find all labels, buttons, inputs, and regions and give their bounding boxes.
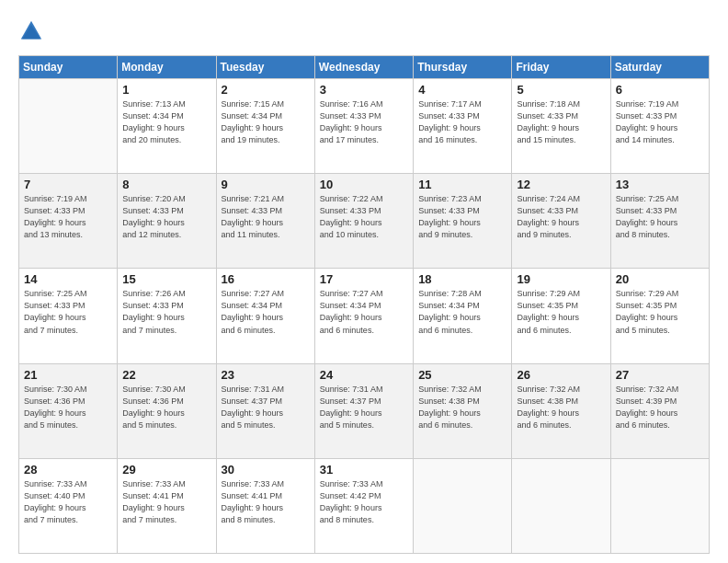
day-number: 1 (122, 83, 210, 97)
calendar-cell: 17Sunrise: 7:27 AM Sunset: 4:34 PM Dayli… (314, 269, 413, 363)
day-number: 15 (122, 272, 210, 286)
col-header-thursday: Thursday (414, 56, 512, 79)
day-info: Sunrise: 7:28 AM Sunset: 4:34 PM Dayligh… (418, 288, 506, 336)
day-info: Sunrise: 7:20 AM Sunset: 4:33 PM Dayligh… (122, 193, 210, 241)
day-info: Sunrise: 7:19 AM Sunset: 4:33 PM Dayligh… (24, 193, 112, 241)
day-info: Sunrise: 7:33 AM Sunset: 4:41 PM Dayligh… (222, 478, 310, 526)
calendar-week-1: 1Sunrise: 7:13 AM Sunset: 4:34 PM Daylig… (19, 79, 710, 174)
day-number: 10 (320, 178, 408, 191)
col-header-wednesday: Wednesday (314, 56, 413, 79)
day-number: 28 (24, 463, 112, 477)
day-number: 4 (418, 83, 506, 97)
svg-marker-1 (22, 25, 40, 39)
day-number: 13 (616, 178, 704, 191)
day-number: 19 (517, 272, 605, 286)
day-info: Sunrise: 7:31 AM Sunset: 4:37 PM Dayligh… (222, 384, 310, 431)
day-number: 22 (122, 368, 210, 382)
calendar-week-3: 14Sunrise: 7:25 AM Sunset: 4:33 PM Dayli… (19, 269, 710, 363)
day-number: 2 (222, 83, 310, 97)
calendar-cell: 24Sunrise: 7:31 AM Sunset: 4:37 PM Dayli… (314, 363, 413, 458)
calendar-cell: 20Sunrise: 7:29 AM Sunset: 4:35 PM Dayli… (610, 269, 709, 363)
calendar-cell: 21Sunrise: 7:30 AM Sunset: 4:36 PM Dayli… (19, 363, 118, 458)
day-number: 30 (222, 463, 310, 477)
calendar-cell: 16Sunrise: 7:27 AM Sunset: 4:34 PM Dayli… (216, 269, 314, 363)
col-header-monday: Monday (118, 56, 216, 79)
day-info: Sunrise: 7:33 AM Sunset: 4:41 PM Dayligh… (122, 478, 210, 526)
day-info: Sunrise: 7:32 AM Sunset: 4:38 PM Dayligh… (517, 384, 605, 431)
calendar-cell: 7Sunrise: 7:19 AM Sunset: 4:33 PM Daylig… (19, 174, 118, 269)
calendar-week-2: 7Sunrise: 7:19 AM Sunset: 4:33 PM Daylig… (19, 174, 710, 269)
col-header-tuesday: Tuesday (216, 56, 314, 79)
calendar-cell: 28Sunrise: 7:33 AM Sunset: 4:40 PM Dayli… (19, 458, 118, 553)
day-info: Sunrise: 7:29 AM Sunset: 4:35 PM Dayligh… (517, 288, 605, 336)
day-number: 20 (616, 272, 704, 286)
calendar-cell (610, 458, 709, 553)
day-info: Sunrise: 7:18 AM Sunset: 4:33 PM Dayligh… (517, 98, 605, 146)
calendar-cell: 10Sunrise: 7:22 AM Sunset: 4:33 PM Dayli… (314, 174, 413, 269)
day-number: 8 (122, 178, 210, 191)
calendar-cell: 22Sunrise: 7:30 AM Sunset: 4:36 PM Dayli… (118, 363, 216, 458)
day-info: Sunrise: 7:30 AM Sunset: 4:36 PM Dayligh… (24, 384, 112, 431)
calendar-cell: 25Sunrise: 7:32 AM Sunset: 4:38 PM Dayli… (414, 363, 512, 458)
day-info: Sunrise: 7:33 AM Sunset: 4:40 PM Dayligh… (24, 478, 112, 526)
day-info: Sunrise: 7:22 AM Sunset: 4:33 PM Dayligh… (320, 193, 408, 241)
calendar-cell: 18Sunrise: 7:28 AM Sunset: 4:34 PM Dayli… (414, 269, 512, 363)
day-info: Sunrise: 7:31 AM Sunset: 4:37 PM Dayligh… (320, 384, 408, 431)
col-header-friday: Friday (512, 56, 610, 79)
calendar-cell: 30Sunrise: 7:33 AM Sunset: 4:41 PM Dayli… (216, 458, 314, 553)
day-info: Sunrise: 7:24 AM Sunset: 4:33 PM Dayligh… (517, 193, 605, 241)
calendar-header-row: SundayMondayTuesdayWednesdayThursdayFrid… (19, 56, 710, 79)
calendar-cell: 23Sunrise: 7:31 AM Sunset: 4:37 PM Dayli… (216, 363, 314, 458)
day-number: 7 (24, 178, 112, 191)
day-number: 14 (24, 272, 112, 286)
calendar-cell: 9Sunrise: 7:21 AM Sunset: 4:33 PM Daylig… (216, 174, 314, 269)
day-info: Sunrise: 7:25 AM Sunset: 4:33 PM Dayligh… (616, 193, 704, 241)
day-number: 3 (320, 83, 408, 97)
day-number: 29 (122, 463, 210, 477)
logo-icon (18, 18, 44, 44)
page: SundayMondayTuesdayWednesdayThursdayFrid… (0, 0, 728, 563)
day-info: Sunrise: 7:25 AM Sunset: 4:33 PM Dayligh… (24, 288, 112, 336)
day-info: Sunrise: 7:32 AM Sunset: 4:38 PM Dayligh… (418, 384, 506, 431)
day-number: 6 (616, 83, 704, 97)
calendar-cell: 3Sunrise: 7:16 AM Sunset: 4:33 PM Daylig… (314, 79, 413, 174)
day-info: Sunrise: 7:19 AM Sunset: 4:33 PM Dayligh… (616, 98, 704, 146)
calendar-cell: 15Sunrise: 7:26 AM Sunset: 4:33 PM Dayli… (118, 269, 216, 363)
calendar-week-5: 28Sunrise: 7:33 AM Sunset: 4:40 PM Dayli… (19, 458, 710, 553)
day-number: 24 (320, 368, 408, 382)
day-info: Sunrise: 7:26 AM Sunset: 4:33 PM Dayligh… (122, 288, 210, 336)
day-info: Sunrise: 7:16 AM Sunset: 4:33 PM Dayligh… (320, 98, 408, 146)
header (18, 18, 710, 44)
calendar-cell (512, 458, 610, 553)
day-number: 23 (222, 368, 310, 382)
calendar-table: SundayMondayTuesdayWednesdayThursdayFrid… (18, 55, 710, 554)
calendar-cell: 14Sunrise: 7:25 AM Sunset: 4:33 PM Dayli… (19, 269, 118, 363)
day-info: Sunrise: 7:13 AM Sunset: 4:34 PM Dayligh… (122, 98, 210, 146)
calendar-cell: 6Sunrise: 7:19 AM Sunset: 4:33 PM Daylig… (610, 79, 709, 174)
day-number: 26 (517, 368, 605, 382)
calendar-cell: 8Sunrise: 7:20 AM Sunset: 4:33 PM Daylig… (118, 174, 216, 269)
calendar-cell: 31Sunrise: 7:33 AM Sunset: 4:42 PM Dayli… (314, 458, 413, 553)
calendar-cell: 4Sunrise: 7:17 AM Sunset: 4:33 PM Daylig… (414, 79, 512, 174)
day-info: Sunrise: 7:33 AM Sunset: 4:42 PM Dayligh… (320, 478, 408, 526)
col-header-saturday: Saturday (610, 56, 709, 79)
day-number: 31 (320, 463, 408, 477)
day-info: Sunrise: 7:32 AM Sunset: 4:39 PM Dayligh… (616, 384, 704, 431)
calendar-cell: 13Sunrise: 7:25 AM Sunset: 4:33 PM Dayli… (610, 174, 709, 269)
day-info: Sunrise: 7:30 AM Sunset: 4:36 PM Dayligh… (122, 384, 210, 431)
day-info: Sunrise: 7:17 AM Sunset: 4:33 PM Dayligh… (418, 98, 506, 146)
day-number: 9 (222, 178, 310, 191)
day-info: Sunrise: 7:21 AM Sunset: 4:33 PM Dayligh… (222, 193, 310, 241)
day-info: Sunrise: 7:15 AM Sunset: 4:34 PM Dayligh… (222, 98, 310, 146)
day-info: Sunrise: 7:23 AM Sunset: 4:33 PM Dayligh… (418, 193, 506, 241)
calendar-cell (19, 79, 118, 174)
calendar-cell (414, 458, 512, 553)
calendar-week-4: 21Sunrise: 7:30 AM Sunset: 4:36 PM Dayli… (19, 363, 710, 458)
calendar-cell: 19Sunrise: 7:29 AM Sunset: 4:35 PM Dayli… (512, 269, 610, 363)
calendar-cell: 26Sunrise: 7:32 AM Sunset: 4:38 PM Dayli… (512, 363, 610, 458)
day-info: Sunrise: 7:27 AM Sunset: 4:34 PM Dayligh… (320, 288, 408, 336)
calendar-cell: 5Sunrise: 7:18 AM Sunset: 4:33 PM Daylig… (512, 79, 610, 174)
col-header-sunday: Sunday (19, 56, 118, 79)
day-number: 5 (517, 83, 605, 97)
calendar-cell: 29Sunrise: 7:33 AM Sunset: 4:41 PM Dayli… (118, 458, 216, 553)
